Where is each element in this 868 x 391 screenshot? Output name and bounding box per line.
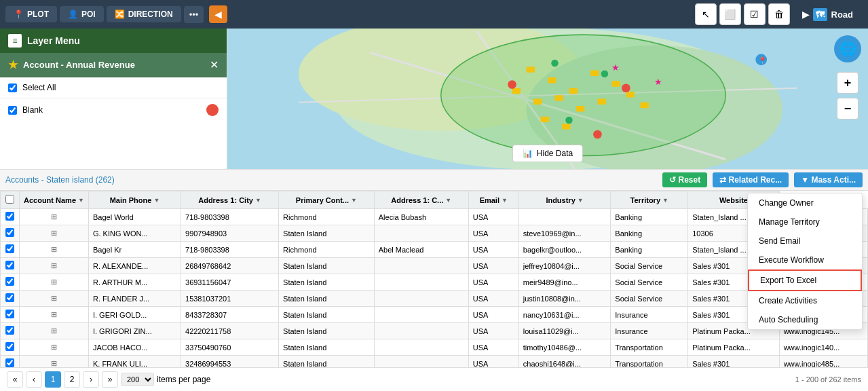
cell-industry: Insurance [611,307,688,323]
first-page-button[interactable]: « [7,371,23,388]
direction-button[interactable]: 🔀 DIRECTION [107,6,181,22]
cell-main-phone: 26849768642 [181,258,279,274]
filter-email-icon[interactable]: ▼ [502,197,508,204]
select-all-table-checkbox[interactable] [5,195,14,204]
prev-page-button[interactable]: ‹ [26,371,42,388]
row-checkbox[interactable] [5,293,14,302]
row-checkbox[interactable] [5,244,14,253]
header-industry: Industry ▼ [518,191,611,209]
polygon-tool-button[interactable]: ☑ [744,3,766,25]
filter-territory-icon[interactable]: ▼ [662,197,668,204]
cell-address-city: Richmond [279,209,375,225]
cell-main-phone: 718-9803398 [181,242,279,258]
dropdown-item[interactable]: Auto Scheduling [748,310,862,329]
close-layer-button[interactable]: ✕ [210,58,219,71]
map-background: ★ ★ 📍 📊 Hide Data 🌐 + − [227,29,868,169]
delete-tool-button[interactable]: 🗑 [768,3,790,25]
row-checkbox[interactable] [5,212,14,221]
svg-point-24 [593,130,602,139]
zoom-in-button[interactable]: + [837,72,858,94]
dropdown-item[interactable]: Change Owner [748,193,862,212]
row-checkbox[interactable] [5,228,14,237]
row-checkbox-cell [1,242,20,258]
header-account-name: Account Name ▼ [20,191,89,209]
page-info: 1 - 200 of 262 items [795,375,861,384]
dropdown-item[interactable]: Create Activities [748,291,862,310]
svg-text:★: ★ [654,77,662,87]
cell-primary-cont [374,339,468,356]
cell-main-phone: 36931156047 [181,274,279,291]
svg-point-23 [622,83,630,92]
dropdown-item[interactable]: Send Email [748,231,862,250]
poi-button[interactable]: 👤 POI [60,6,104,22]
mass-actions-button[interactable]: ▼ Mass Acti... [794,172,863,187]
cell-account-name: R. ARTHUR M... [88,274,181,291]
more-button[interactable]: ••• [184,6,204,23]
svg-rect-19 [640,103,649,108]
data-table-wrapper: Account Name ▼ Main Phone ▼ Address 1: C… [0,191,868,367]
cursor-tool-button[interactable]: ↖ [695,3,717,25]
cell-email: louisa11029@i... [518,323,611,339]
table-row: ⊞ K. FRANK ULI... 32486994553 Staten Isl… [1,356,868,368]
cell-primary-cont: Alecia Bubash [374,209,468,225]
cell-primary-cont: Abel Maclead [374,242,468,258]
cell-primary-cont [374,307,468,323]
row-icon-cell: ⊞ [20,225,89,242]
svg-rect-8 [527,67,535,72]
dropdown-item[interactable]: Export To Excel [748,269,862,291]
row-checkbox[interactable] [5,261,14,269]
filter-industry-icon[interactable]: ▼ [578,197,584,204]
filter-phone-icon[interactable]: ▼ [153,197,159,204]
filter-account-icon[interactable]: ▼ [78,197,84,204]
row-checkbox[interactable] [5,277,14,286]
select-all-row: Select All [0,77,227,98]
table-row: ⊞ R. ALEXANDE... 26849768642 Staten Isla… [1,258,868,274]
plot-button[interactable]: 📍 PLOT [5,6,57,22]
filter-contact-icon[interactable]: ▼ [351,197,357,204]
row-checkbox[interactable] [5,326,14,335]
dropdown-item[interactable]: Execute Workflow [748,250,862,269]
filter-city-icon[interactable]: ▼ [255,197,261,204]
layer-item: ★ Account - Annual Revenue ✕ [0,53,227,77]
cell-address-c: USA [468,242,518,258]
cell-main-phone: 33750490760 [181,339,279,356]
svg-rect-13 [554,95,563,100]
accounts-link[interactable]: Accounts - Staten island (262) [5,175,115,185]
blank-checkbox[interactable] [8,106,17,115]
cell-address-c: USA [468,258,518,274]
bottom-section: Accounts - Staten island (262) ↺ Reset ⇄… [0,169,868,391]
hide-data-button[interactable]: 📊 Hide Data [512,145,583,162]
related-records-button[interactable]: ⇄ Related Rec... [713,172,789,187]
svg-rect-16 [541,117,550,122]
direction-icon: 🔀 [115,10,125,19]
reset-button[interactable]: ↺ Reset [662,172,707,187]
cell-account-name: K. FRANK ULI... [88,356,181,368]
cell-main-phone: 32486994553 [181,356,279,368]
mass-actions-container: ▼ Mass Acti... Change OwnerManage Territ… [794,172,863,187]
next-page-button[interactable]: › [83,371,99,388]
zoom-out-button[interactable]: − [837,98,858,119]
cell-email [518,209,611,225]
road-button[interactable]: ▶ 🗺 Road [793,3,863,25]
filter-addressc-icon[interactable]: ▼ [445,197,451,204]
row-checkbox[interactable] [5,342,14,351]
cell-main-phone: 15381037201 [181,291,279,307]
pagination: « ‹ 1 2 › » 200 100 50 items per page 1 … [0,367,868,391]
globe-button[interactable]: 🌐 [834,35,861,62]
row-checkbox[interactable] [5,358,14,367]
cell-industry: Transportation [611,356,688,368]
cell-primary-cont [374,323,468,339]
page-2-button[interactable]: 2 [64,371,80,388]
last-page-button[interactable]: » [102,371,118,388]
select-all-checkbox[interactable] [8,83,17,92]
header-primary-cont: Primary Cont... ▼ [279,191,375,209]
row-checkbox-cell [1,323,20,339]
row-checkbox[interactable] [5,310,14,318]
map-area[interactable]: ★ ★ 📍 📊 Hide Data 🌐 + − [227,29,868,169]
dropdown-item[interactable]: Manage Territory [748,212,862,231]
per-page-select[interactable]: 200 100 50 [121,373,154,386]
collapse-button[interactable]: ◀ [209,5,227,23]
page-1-button[interactable]: 1 [45,371,61,388]
hide-data-icon: 📊 [523,149,533,158]
rectangle-tool-button[interactable]: ⬜ [719,3,741,25]
